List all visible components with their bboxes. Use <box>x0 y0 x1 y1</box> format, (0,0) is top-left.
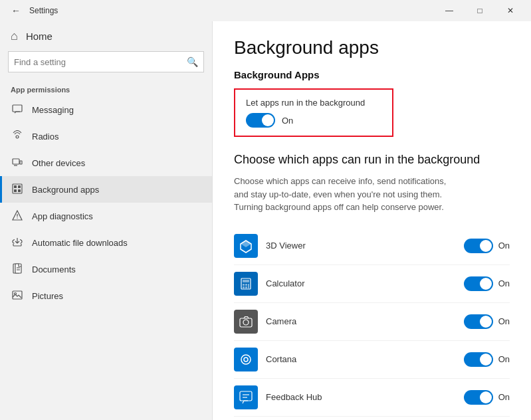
calculator-name: Calculator <box>266 278 456 288</box>
feedback-hub-toggle-row: On <box>464 390 510 405</box>
svg-rect-24 <box>248 284 249 288</box>
app-diagnostics-icon <box>11 210 24 223</box>
cortana-toggle-row: On <box>464 352 510 367</box>
calculator-state: On <box>498 278 510 288</box>
main-panel: Background apps Background Apps Let apps… <box>213 21 531 420</box>
window-title: Settings <box>29 6 58 15</box>
camera-toggle-row: On <box>464 314 510 329</box>
section-title: Background Apps <box>234 69 510 80</box>
svg-point-1 <box>16 136 19 138</box>
other-devices-label: Other devices <box>32 158 85 168</box>
sidebar: ⌂ Home 🔍 App permissions Messaging Radio… <box>0 21 213 420</box>
minimize-button[interactable]: — <box>434 0 465 21</box>
cortana-toggle[interactable] <box>464 352 493 367</box>
3d-viewer-icon <box>234 234 258 258</box>
sidebar-item-messaging[interactable]: Messaging <box>0 96 212 123</box>
toggle-label: Let apps run in the background <box>246 98 381 108</box>
sidebar-item-app-diagnostics[interactable]: App diagnostics <box>0 203 212 229</box>
feedback-hub-icon <box>234 385 258 409</box>
cortana-state: On <box>498 354 510 364</box>
close-button[interactable]: ✕ <box>495 0 526 21</box>
table-row: 3D Viewer On <box>234 227 510 265</box>
messaging-icon <box>11 104 24 116</box>
auto-downloads-label: Automatic file downloads <box>32 238 128 248</box>
documents-label: Documents <box>32 264 76 274</box>
radios-label: Radios <box>32 132 58 142</box>
svg-rect-16 <box>13 291 22 299</box>
svg-rect-7 <box>18 185 21 188</box>
svg-rect-5 <box>13 184 22 193</box>
radios-icon <box>11 130 24 143</box>
sidebar-item-other-devices[interactable]: Other devices <box>0 150 212 176</box>
back-button[interactable]: ← <box>5 0 27 21</box>
app-content: ⌂ Home 🔍 App permissions Messaging Radio… <box>0 21 531 420</box>
feedback-hub-name: Feedback Hub <box>266 392 456 402</box>
home-icon: ⌂ <box>11 29 18 43</box>
cortana-icon <box>234 348 258 371</box>
calculator-toggle[interactable] <box>464 276 493 291</box>
cortana-name: Cortana <box>266 354 456 364</box>
svg-rect-8 <box>14 189 17 192</box>
camera-state: On <box>498 316 510 326</box>
sidebar-item-pictures[interactable]: Pictures <box>0 282 212 309</box>
app-diagnostics-label: App diagnostics <box>32 211 93 221</box>
sidebar-item-radios[interactable]: Radios <box>0 123 212 150</box>
choose-description: Choose which apps can receive info, send… <box>234 175 460 214</box>
table-row: Camera On <box>234 303 510 341</box>
3d-viewer-name: 3D Viewer <box>266 241 456 251</box>
documents-icon <box>11 263 24 276</box>
svg-point-29 <box>241 355 251 364</box>
window-controls: — □ ✕ <box>434 0 526 21</box>
pictures-label: Pictures <box>32 291 63 301</box>
background-toggle[interactable] <box>246 113 275 128</box>
auto-downloads-icon <box>11 237 24 249</box>
feedback-hub-toggle[interactable] <box>464 390 493 405</box>
home-label: Home <box>26 31 53 42</box>
sidebar-item-auto-downloads[interactable]: Automatic file downloads <box>0 229 212 256</box>
sidebar-section-title: App permissions <box>0 80 212 96</box>
choose-section-title: Choose which apps can run in the backgro… <box>234 153 510 167</box>
svg-point-28 <box>243 320 249 325</box>
svg-rect-0 <box>13 105 22 112</box>
svg-rect-25 <box>243 286 245 288</box>
page-title: Background apps <box>234 37 510 58</box>
other-devices-icon <box>11 157 24 169</box>
svg-rect-26 <box>245 286 247 288</box>
search-input[interactable] <box>14 57 187 67</box>
svg-point-30 <box>244 358 248 362</box>
svg-rect-6 <box>14 185 17 188</box>
svg-rect-9 <box>18 189 21 192</box>
table-row: Feedback Hub On <box>234 379 510 417</box>
svg-marker-19 <box>241 241 251 247</box>
background-apps-icon <box>11 183 24 196</box>
svg-rect-23 <box>245 284 247 286</box>
svg-rect-31 <box>240 391 252 401</box>
sidebar-item-documents[interactable]: Documents <box>0 256 212 282</box>
toggle-row: On <box>246 113 381 128</box>
calculator-toggle-row: On <box>464 276 510 291</box>
pictures-icon <box>11 290 24 302</box>
3d-viewer-toggle-row: On <box>464 239 510 253</box>
svg-rect-3 <box>20 161 22 164</box>
background-apps-label: Background apps <box>32 185 99 195</box>
camera-name: Camera <box>266 316 456 326</box>
calculator-icon <box>234 272 258 296</box>
svg-point-11 <box>17 217 17 218</box>
svg-rect-22 <box>243 284 245 286</box>
3d-viewer-toggle[interactable] <box>464 239 493 253</box>
camera-toggle[interactable] <box>464 314 493 329</box>
3d-viewer-state: On <box>498 241 510 251</box>
svg-rect-21 <box>243 280 249 282</box>
sidebar-item-background-apps[interactable]: Background apps <box>0 176 212 203</box>
table-row: Calculator On <box>234 265 510 303</box>
background-toggle-section: Let apps run in the background On <box>234 88 393 137</box>
svg-rect-2 <box>13 159 19 164</box>
title-bar: ← Settings — □ ✕ <box>0 0 531 21</box>
toggle-state: On <box>282 116 293 126</box>
maximize-button[interactable]: □ <box>465 0 495 21</box>
table-row: Cortana On <box>234 341 510 379</box>
camera-icon <box>234 310 258 334</box>
sidebar-home-item[interactable]: ⌂ Home <box>0 21 212 49</box>
search-box[interactable]: 🔍 <box>8 51 204 72</box>
app-list: 3D Viewer On Calculator On <box>234 227 510 417</box>
